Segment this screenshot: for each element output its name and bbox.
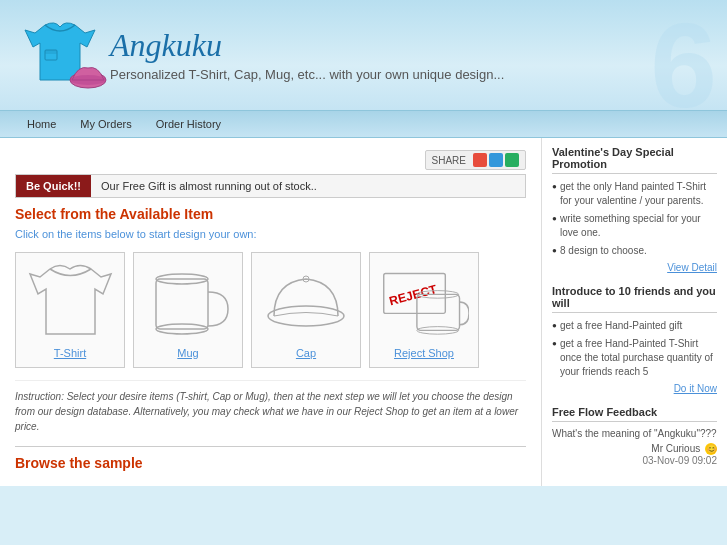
- refer-bullet-2: get a free Hand-Painted T-Shirt once the…: [552, 337, 717, 379]
- feedback-title: Free Flow Feedback: [552, 406, 717, 422]
- view-detail-link[interactable]: View Detail: [552, 262, 717, 273]
- header-text: Angkuku Personalized T-Shirt, Cap, Mug, …: [110, 28, 504, 82]
- nav-home[interactable]: Home: [15, 118, 68, 130]
- svg-point-7: [268, 306, 344, 326]
- share-bar: SHARE: [15, 146, 526, 174]
- mug-label[interactable]: Mug: [142, 347, 234, 359]
- cap-label[interactable]: Cap: [260, 347, 352, 359]
- feedback-section: Free Flow Feedback What's the meaning of…: [552, 406, 717, 466]
- svg-point-3: [70, 75, 106, 85]
- svg-rect-11: [417, 294, 460, 330]
- share-icons: [473, 153, 519, 167]
- promotion-section: Valentine's Day Special Promotion get th…: [552, 146, 717, 273]
- tshirt-label[interactable]: T-Shirt: [24, 347, 116, 359]
- svg-rect-4: [156, 279, 208, 329]
- header: Angkuku Personalized T-Shirt, Cap, Mug, …: [0, 0, 727, 110]
- cap-image: [261, 261, 351, 341]
- logo-area: Angkuku Personalized T-Shirt, Cap, Mug, …: [20, 20, 504, 90]
- item-reject[interactable]: REJECT Reject Shop: [369, 252, 479, 368]
- promo-bullet-1: get the only Hand painted T-Shirt for yo…: [552, 180, 717, 208]
- watermark: 6: [650, 5, 717, 125]
- smiley-icon: 😊: [705, 443, 717, 455]
- item-tshirt[interactable]: T-Shirt: [15, 252, 125, 368]
- do-it-now-link[interactable]: Do it Now: [552, 383, 717, 394]
- promo-bullet-2: write something special for your love on…: [552, 212, 717, 240]
- tshirt-image: [25, 261, 115, 341]
- section-subtitle: Click on the items below to start design…: [15, 228, 526, 240]
- alert-message: Our Free Gift is almost running out of s…: [91, 175, 525, 197]
- feedback-author: Mr Curious 😊: [552, 443, 717, 455]
- section-title: Select from the Available Item: [15, 206, 526, 222]
- mug-image: [143, 261, 233, 341]
- reject-label[interactable]: Reject Shop: [378, 347, 470, 359]
- refer-section: Introduce to 10 friends and you will get…: [552, 285, 717, 394]
- tagline: Personalized T-Shirt, Cap, Mug, etc... w…: [110, 67, 504, 82]
- promotion-title: Valentine's Day Special Promotion: [552, 146, 717, 174]
- nav-bar: Home My Orders Order History: [0, 110, 727, 138]
- logo-illustration: [20, 20, 100, 90]
- reject-image: REJECT: [379, 261, 469, 341]
- refer-title: Introduce to 10 friends and you will: [552, 285, 717, 313]
- items-grid: T-Shirt Mug: [15, 252, 526, 368]
- nav-my-orders[interactable]: My Orders: [68, 118, 143, 130]
- item-cap[interactable]: Cap: [251, 252, 361, 368]
- main-layout: SHARE Be Quick!! Our Free Gift is almost…: [0, 138, 727, 486]
- share-button[interactable]: SHARE: [425, 150, 526, 170]
- be-quick-button[interactable]: Be Quick!!: [16, 175, 91, 197]
- svg-text:REJECT: REJECT: [388, 282, 439, 308]
- instruction-text: Instruction: Select your desire items (T…: [15, 380, 526, 434]
- divider: [15, 446, 526, 447]
- share-icon-3: [505, 153, 519, 167]
- alert-bar: Be Quick!! Our Free Gift is almost runni…: [15, 174, 526, 198]
- brand-name: Angkuku: [110, 28, 504, 63]
- promo-bullet-3: 8 design to choose.: [552, 244, 717, 258]
- nav-order-history[interactable]: Order History: [144, 118, 233, 130]
- item-mug[interactable]: Mug: [133, 252, 243, 368]
- browse-title: Browse the sample: [15, 455, 526, 471]
- refer-bullet-1: get a free Hand-Painted gift: [552, 319, 717, 333]
- svg-rect-1: [45, 50, 57, 54]
- share-icon-2: [489, 153, 503, 167]
- right-sidebar: Valentine's Day Special Promotion get th…: [542, 138, 727, 486]
- share-label: SHARE: [432, 155, 466, 166]
- share-icon-1: [473, 153, 487, 167]
- feedback-question: What's the meaning of "Angkuku"???: [552, 428, 717, 439]
- left-content: SHARE Be Quick!! Our Free Gift is almost…: [0, 138, 542, 486]
- feedback-date: 03-Nov-09 09:02: [552, 455, 717, 466]
